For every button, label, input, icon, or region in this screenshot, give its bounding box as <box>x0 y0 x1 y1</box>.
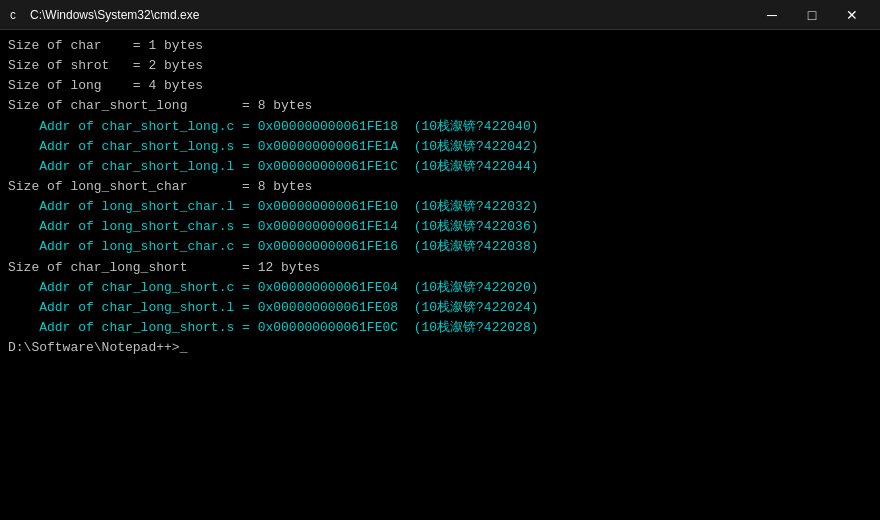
svg-text:C: C <box>10 11 16 22</box>
cmd-icon: C <box>8 7 24 23</box>
terminal-line: Addr of char_short_long.l = 0x0000000000… <box>8 157 872 177</box>
terminal-line: Addr of char_short_long.c = 0x0000000000… <box>8 117 872 137</box>
title-bar: C C:\Windows\System32\cmd.exe ─ □ ✕ <box>0 0 880 30</box>
maximize-button[interactable]: □ <box>792 0 832 30</box>
terminal-line: Addr of char_long_short.l = 0x0000000000… <box>8 298 872 318</box>
terminal-line: Addr of char_long_short.s = 0x0000000000… <box>8 318 872 338</box>
terminal-line: D:\Software\Notepad++>_ <box>8 338 872 358</box>
terminal-line: Addr of long_short_char.l = 0x0000000000… <box>8 197 872 217</box>
minimize-button[interactable]: ─ <box>752 0 792 30</box>
terminal-line: Size of char_long_short = 12 bytes <box>8 258 872 278</box>
terminal-line: Addr of long_short_char.s = 0x0000000000… <box>8 217 872 237</box>
window-title: C:\Windows\System32\cmd.exe <box>30 8 199 22</box>
terminal-line: Addr of char_short_long.s = 0x0000000000… <box>8 137 872 157</box>
terminal-line: Size of shrot = 2 bytes <box>8 56 872 76</box>
terminal-line: Size of long_short_char = 8 bytes <box>8 177 872 197</box>
terminal-line: Addr of char_long_short.c = 0x0000000000… <box>8 278 872 298</box>
terminal-line: Addr of long_short_char.c = 0x0000000000… <box>8 237 872 257</box>
terminal-line: Size of char = 1 bytes <box>8 36 872 56</box>
window-controls: ─ □ ✕ <box>752 0 872 30</box>
close-button[interactable]: ✕ <box>832 0 872 30</box>
terminal-output: Size of char = 1 bytesSize of shrot = 2 … <box>0 30 880 520</box>
terminal-line: Size of long = 4 bytes <box>8 76 872 96</box>
terminal-line: Size of char_short_long = 8 bytes <box>8 96 872 116</box>
